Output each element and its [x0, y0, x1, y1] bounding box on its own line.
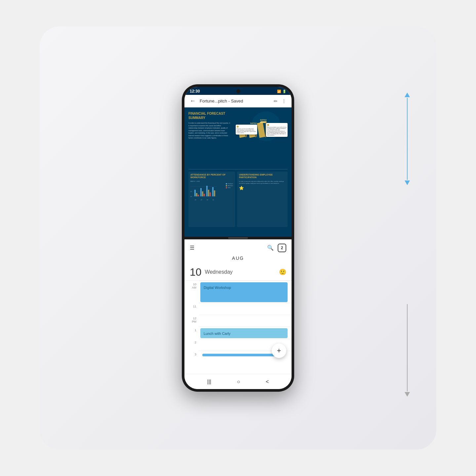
- event-digital-workshop-title: Digital Workshop: [204, 286, 231, 290]
- callout-box-2: Miscommunication can result in hours of …: [266, 123, 288, 137]
- doc-section-right-bottom: UNDERSTANDING EMPLOYEE PARTICIPATION In …: [237, 172, 288, 227]
- svg-text:DATA3: DATA3: [260, 119, 267, 121]
- doc-section-left: FINANCIAL FORECAST SUMMARY In order to u…: [188, 111, 233, 166]
- event-lunch-carly[interactable]: Lunch with Carly: [200, 328, 288, 338]
- svg-text:21: 21: [190, 196, 192, 197]
- doc-section-2: ATTENDANCE BY PERCENT OF WORKFORCE MARCH…: [188, 172, 288, 227]
- navigation-bar: ||| ○ <: [184, 374, 292, 389]
- edit-icon[interactable]: ✏: [274, 99, 278, 104]
- time-label-11: 11: [184, 303, 199, 308]
- calendar-day-name: Wednesday: [205, 269, 233, 275]
- arrow-down-icon: [405, 180, 410, 185]
- mood-icon: 🙂: [279, 268, 286, 276]
- svg-rect-28: [214, 190, 215, 196]
- svg-rect-25: [208, 190, 209, 196]
- battery-icon: 🔋: [282, 90, 286, 93]
- doc-heading: FINANCIAL FORECAST SUMMARY: [188, 111, 230, 120]
- svg-text:38: 38: [207, 199, 208, 201]
- fold-pill: [228, 237, 248, 239]
- time-content-11: [199, 303, 292, 306]
- svg-text:29: 29: [195, 199, 196, 201]
- time-content-10am: Digital Workshop: [199, 281, 292, 303]
- calendar-day-number: 10: [190, 266, 202, 278]
- page-background: 12:30 📶 🔋 ← Fortune...pitch - Saved ✏ ⋮: [40, 26, 436, 450]
- legend-sales: Sales: [226, 187, 233, 188]
- arrow-line: [407, 98, 408, 180]
- doc-content: FINANCIAL FORECAST SUMMARY In order to u…: [184, 107, 292, 237]
- fab-plus-icon: +: [277, 346, 281, 355]
- time-label-10am: 10AM: [184, 281, 199, 290]
- svg-text:41: 41: [213, 199, 214, 201]
- fab-add-button[interactable]: +: [272, 343, 286, 358]
- scroll-indicator-top: [405, 93, 410, 185]
- badge-number: 2: [281, 246, 283, 250]
- svg-rect-26: [210, 192, 211, 196]
- time-label-3pm: 3: [184, 351, 199, 356]
- nav-recent-apps-icon[interactable]: |||: [207, 379, 211, 385]
- section-subtitle: MARCH - JUNE: [190, 180, 233, 182]
- star-icon: ⭐: [239, 186, 244, 190]
- search-icon[interactable]: 🔍: [267, 245, 274, 251]
- doc-page: FINANCIAL FORECAST SUMMARY In order to u…: [184, 107, 292, 237]
- time-row-12pm: 12PM: [184, 315, 292, 327]
- time-content-1pm: Lunch with Carly: [199, 327, 292, 339]
- participation-body: In order to promote unity and collaborat…: [239, 180, 286, 184]
- menu-icon[interactable]: ☰: [190, 245, 194, 251]
- time-row-10am: 10AM Digital Workshop: [184, 281, 292, 303]
- callout-text-1: Projects run more smoothly when team mem…: [237, 128, 256, 134]
- calendar-badge[interactable]: 2: [278, 244, 286, 252]
- calendar-header-right: 🔍 2: [267, 244, 286, 252]
- doc-title: Fortune...pitch - Saved: [200, 99, 270, 103]
- nav-home-icon[interactable]: ○: [237, 379, 240, 385]
- svg-rect-20: [198, 195, 199, 196]
- arrow-down-gray-icon: [405, 392, 410, 397]
- bar-chart: Employee Motivation Sales: [190, 183, 233, 201]
- more-options-icon[interactable]: ⋮: [282, 99, 286, 104]
- legend-motivation-label: Motivation: [228, 185, 233, 186]
- time-label-1pm: 1: [184, 327, 199, 332]
- doc-body-text: In order to understand the financing of …: [188, 122, 230, 139]
- nav-back-icon[interactable]: <: [266, 379, 269, 385]
- svg-rect-19: [196, 193, 197, 196]
- time-label-12pm: 12PM: [184, 315, 199, 324]
- camera-notch: [236, 89, 240, 93]
- doc-section-left-bottom: ATTENDANCE BY PERCENT OF WORKFORCE MARCH…: [188, 172, 235, 227]
- svg-rect-24: [206, 186, 208, 196]
- phone-upper-half: 12:30 📶 🔋 ← Fortune...pitch - Saved ✏ ⋮: [184, 87, 292, 237]
- svg-text:DATA2: DATA2: [250, 122, 257, 124]
- status-bar: 12:30 📶 🔋: [184, 87, 292, 95]
- event-lunch-title: Lunch with Carly: [204, 332, 230, 336]
- legend-sales-label: Sales: [228, 187, 231, 188]
- doc-toolbar: ← Fortune...pitch - Saved ✏ ⋮: [184, 95, 292, 107]
- back-button[interactable]: ←: [190, 98, 196, 104]
- calendar-month: AUG: [184, 254, 292, 264]
- arrow-up-icon: [405, 93, 410, 97]
- time-row-1pm: 1 Lunch with Carly: [184, 327, 292, 339]
- event-blue-thin[interactable]: [202, 354, 284, 356]
- phone-lower-half: ☰ 🔍 2 AUG 10 Wednesday 🙂: [184, 239, 292, 389]
- svg-rect-23: [204, 194, 205, 196]
- doc-section-1: FINANCIAL FORECAST SUMMARY In order to u…: [188, 111, 288, 170]
- calendar-header: ☰ 🔍 2: [184, 240, 292, 254]
- svg-text:33: 33: [201, 199, 202, 201]
- chart-legend: Employee Motivation Sales: [226, 183, 233, 188]
- calendar-body: 10AM Digital Workshop 11 12PM: [184, 281, 292, 374]
- arrow-line-gray: [407, 304, 408, 391]
- scroll-indicator-bottom: [405, 304, 410, 397]
- legend-employee: Employee: [226, 183, 233, 184]
- doc-section-right: DATA1 DATA2 DATA3 Projects run more smoo…: [233, 111, 288, 166]
- callout-box-1: Projects run more smoothly when team mem…: [236, 125, 257, 135]
- fold-line: [184, 237, 292, 239]
- wifi-icon: 📶: [277, 90, 281, 93]
- time-content-2pm: [199, 339, 292, 342]
- status-time: 12:30: [190, 89, 200, 94]
- svg-rect-21: [200, 188, 202, 196]
- attendance-chart: 21 27: [190, 183, 217, 201]
- svg-rect-18: [194, 190, 196, 196]
- time-label-2pm: 2: [184, 339, 199, 344]
- svg-text:27: 27: [190, 191, 192, 192]
- section-title-attendance: ATTENDANCE BY PERCENT OF WORKFORCE: [190, 174, 233, 179]
- event-digital-workshop[interactable]: Digital Workshop: [200, 282, 288, 302]
- phone-device: 12:30 📶 🔋 ← Fortune...pitch - Saved ✏ ⋮: [182, 84, 294, 392]
- time-row-11: 11: [184, 303, 292, 315]
